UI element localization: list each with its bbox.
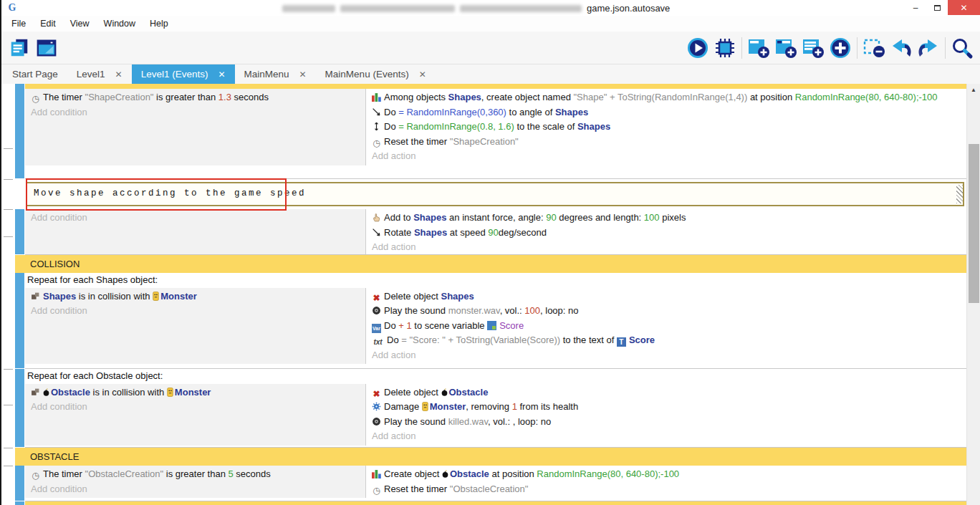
condition-line[interactable]: Obstacle is in collision with Monster xyxy=(31,385,361,400)
event-fold-tick xyxy=(4,179,13,180)
scrollbar-up-arrow[interactable]: ▲ xyxy=(967,84,980,96)
tab-level1-events-[interactable]: Level1 (Events)✕ xyxy=(132,64,235,84)
action-line[interactable]: Create object Obstacle at position Rando… xyxy=(372,467,959,482)
minimize-button[interactable]: – xyxy=(905,0,926,15)
tab-mainmenu-events-[interactable]: MainMenu (Events)✕ xyxy=(316,64,436,84)
action-line[interactable]: VarDo + 1 to scene variable Score xyxy=(372,319,959,334)
add-other-event-button[interactable] xyxy=(827,34,854,62)
instruction-text-segment: to scene variable xyxy=(412,320,488,331)
tab-close-icon[interactable]: ✕ xyxy=(218,69,225,80)
event-handle[interactable] xyxy=(15,273,24,368)
maximize-button[interactable] xyxy=(926,0,948,15)
tab-close-icon[interactable]: ✕ xyxy=(299,69,307,80)
menu-item-window[interactable]: Window xyxy=(97,16,143,32)
action-line[interactable]: ◷Reset the timer "ObstacleCreation" xyxy=(372,482,959,497)
action-line[interactable]: Among objects Shapes, create object name… xyxy=(372,90,959,105)
create-icon xyxy=(372,469,381,478)
create-icon xyxy=(372,92,381,102)
condition-line[interactable]: Shapes is in collision with Monster xyxy=(31,289,361,304)
condition-line[interactable]: ◷The timer "ObstacleCreation" is greater… xyxy=(31,467,361,482)
action-line[interactable]: ◷Reset the timer "ShapeCreation" xyxy=(372,135,959,150)
instruction-text-segment: Create object xyxy=(384,468,442,479)
action-line[interactable]: txtDo = "Score: " + ToString(Variable(Sc… xyxy=(372,333,959,348)
action-line[interactable]: Rotate Shapes at speed 90deg/second xyxy=(372,226,959,241)
menu-bar: FileEditViewWindowHelp xyxy=(1,16,980,32)
delete-event-button[interactable] xyxy=(860,34,888,62)
menu-item-view[interactable]: View xyxy=(63,16,97,32)
comment-event[interactable]: Move shape according to the game speed xyxy=(15,179,966,209)
event-fold-tick xyxy=(4,466,13,466)
event-handle[interactable] xyxy=(15,209,24,254)
instruction-text-segment: , removing xyxy=(466,401,511,412)
vertical-scrollbar[interactable]: ▲ xyxy=(966,84,980,505)
tab-close-icon[interactable]: ✕ xyxy=(115,69,123,80)
foreach-header[interactable]: Repeat for each Obstacle object: xyxy=(25,369,966,384)
menu-item-help[interactable]: Help xyxy=(143,16,176,32)
tab-close-icon[interactable]: ✕ xyxy=(419,69,426,80)
event-handle[interactable] xyxy=(15,369,24,447)
action-line[interactable]: Do = RandomInRange(0.8, 1.6) to the scal… xyxy=(372,120,959,135)
foreach-header[interactable]: Repeat for each Shapes object: xyxy=(25,273,966,288)
angle-icon xyxy=(372,107,381,117)
add-action-link[interactable]: Add action xyxy=(372,240,959,255)
undo-button[interactable] xyxy=(888,34,915,62)
scale-icon xyxy=(372,122,381,131)
event-handle[interactable] xyxy=(15,501,24,505)
action-line[interactable]: ✖Delete object Obstacle xyxy=(372,385,959,400)
add-action-link[interactable]: Add action xyxy=(372,429,959,444)
rotate-icon xyxy=(372,228,381,237)
add-event-button[interactable] xyxy=(745,34,772,62)
tab-mainmenu[interactable]: MainMenu✕ xyxy=(235,64,316,84)
app-window: G game.json.autosave – ✕ FileEditViewWin… xyxy=(0,0,980,505)
add-condition-link[interactable]: Add condition xyxy=(31,105,361,120)
redo-button[interactable] xyxy=(915,34,942,62)
menu-item-file[interactable]: File xyxy=(4,16,33,32)
title-bar: G game.json.autosave – ✕ xyxy=(1,0,980,16)
condition-line[interactable]: ◷The timer "ShapeCreation" is greater th… xyxy=(31,90,361,105)
instruction-text-segment: Damage xyxy=(384,401,422,412)
debugger-button[interactable] xyxy=(711,34,739,62)
action-line[interactable]: Play the sound monster.wav, vol.: 100, l… xyxy=(372,304,959,319)
search-button[interactable] xyxy=(948,34,976,62)
menu-item-edit[interactable]: Edit xyxy=(33,16,63,32)
toolbar xyxy=(1,32,980,64)
add-comment-button[interactable] xyxy=(799,34,827,62)
force-icon xyxy=(372,213,381,222)
scene-editor-button[interactable] xyxy=(33,34,60,62)
comment-resize-handle[interactable] xyxy=(956,185,963,203)
add-condition-link[interactable]: Add condition xyxy=(31,482,361,497)
instruction-text-segment: Delete object xyxy=(384,291,441,302)
event-handle[interactable] xyxy=(15,89,24,178)
add-condition-link[interactable]: Add condition xyxy=(31,211,361,226)
project-manager-button[interactable] xyxy=(6,34,33,62)
action-line[interactable]: Damage Monster, removing 1 from its heal… xyxy=(372,400,959,415)
event-handle[interactable] xyxy=(15,84,24,89)
close-button[interactable]: ✕ xyxy=(948,0,980,15)
add-subevent-button[interactable] xyxy=(772,34,799,62)
undo-icon xyxy=(890,37,913,59)
gdevelop-app-icon: G xyxy=(6,2,18,14)
add-action-link[interactable]: Add action xyxy=(372,149,959,164)
instruction-text-segment: degrees and length: xyxy=(557,212,644,223)
banner-strip xyxy=(25,501,966,505)
instruction-text-segment: = "Score: " + ToString(Variable(Score)) xyxy=(401,335,560,345)
comment-text[interactable]: Move shape according to the game speed xyxy=(27,183,963,198)
action-line[interactable]: ✖Delete object Shapes xyxy=(372,289,959,304)
action-line[interactable]: Do = RandomInRange(0,360) to angle of Sh… xyxy=(372,105,959,120)
scrollbar-thumb[interactable] xyxy=(969,144,979,303)
add-condition-link[interactable]: Add condition xyxy=(31,304,361,319)
add-action-link[interactable]: Add action xyxy=(372,348,959,363)
action-line[interactable]: Play the sound killed.wav, vol.: , loop:… xyxy=(372,415,959,430)
add-condition-link[interactable]: Add condition xyxy=(31,400,361,415)
banner-event[interactable]: COLLISION xyxy=(15,255,966,273)
tab-label: MainMenu xyxy=(244,69,289,80)
banner-event[interactable]: OBSTACLE xyxy=(15,448,966,466)
event-handle[interactable] xyxy=(15,466,24,501)
preview-play-button[interactable] xyxy=(684,34,711,62)
action-line[interactable]: Add to Shapes an instant force, angle: 9… xyxy=(372,211,959,226)
comment-edit-box[interactable]: Move shape according to the game speed xyxy=(26,182,964,206)
instruction-text-segment: Score xyxy=(629,335,655,345)
tab-level1[interactable]: Level1✕ xyxy=(67,64,132,84)
tab-start-page[interactable]: Start Page xyxy=(3,64,67,84)
timer-icon: ◷ xyxy=(31,95,40,104)
